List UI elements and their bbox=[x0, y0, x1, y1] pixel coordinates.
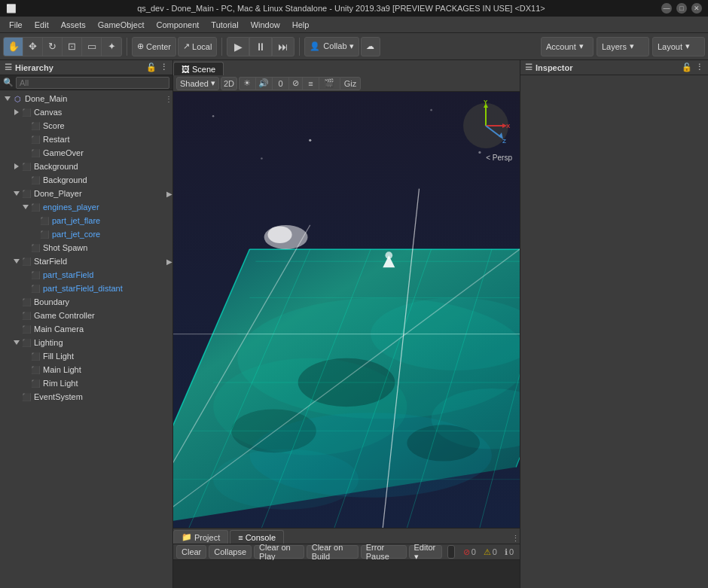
inspector-lock-icon[interactable]: 🔓 bbox=[682, 62, 692, 72]
tree-item-part-starfield-distant[interactable]: ⬛ part_starField_distant bbox=[0, 282, 172, 295]
tree-item-main-camera[interactable]: ⬛ Main Camera bbox=[0, 322, 172, 336]
tree-item-fill-light[interactable]: ⬛ Fill Light bbox=[0, 349, 172, 363]
inspector-more-icon[interactable]: ⋮ bbox=[695, 62, 703, 72]
play-button[interactable]: ▶ bbox=[227, 37, 249, 56]
layout-label: Layout bbox=[658, 42, 682, 51]
pivot-center-button[interactable]: ⊕ Center bbox=[132, 37, 176, 56]
tree-item-score[interactable]: ⬛ Score bbox=[0, 119, 172, 133]
tree-item-lighting[interactable]: ⬛ Lighting bbox=[0, 336, 172, 349]
layout-button[interactable]: Layout ▾ bbox=[652, 37, 705, 56]
pivot-local-button[interactable]: ↗ Local bbox=[178, 37, 217, 56]
minimize-button[interactable]: — bbox=[661, 3, 672, 14]
svg-point-42 bbox=[267, 227, 291, 244]
tree-item-restart[interactable]: ⬛ Restart bbox=[0, 133, 172, 146]
clear-button[interactable]: Clear bbox=[176, 545, 206, 559]
log-count-value: 0 bbox=[509, 547, 514, 556]
tree-item-shot-spawn[interactable]: ⬛ Shot Spawn bbox=[0, 241, 172, 254]
label-lighting: Lighting bbox=[34, 338, 63, 347]
tree-item-done-main[interactable]: ⬡ Done_Main ⋮ bbox=[0, 92, 172, 105]
error-pause-button[interactable]: Error Pause bbox=[361, 545, 407, 559]
tree-item-rim-light[interactable]: ⬛ Rim Light bbox=[0, 376, 172, 390]
scene-skybox-btn[interactable]: ⊘ bbox=[288, 77, 302, 90]
tab-project[interactable]: 📁 Project bbox=[173, 530, 228, 544]
more-done-main[interactable]: ⋮ bbox=[165, 95, 172, 103]
tree-item-main-light[interactable]: ⬛ Main Light bbox=[0, 363, 172, 376]
scene-audio-btn[interactable]: 🔊 bbox=[255, 77, 272, 90]
scene-effects-btn[interactable]: 0 bbox=[272, 77, 288, 90]
tool-hand[interactable]: ✋ bbox=[4, 37, 23, 56]
tree-item-done-player[interactable]: ⬛ Done_Player ▶ bbox=[0, 187, 172, 200]
tool-rect[interactable]: ▭ bbox=[82, 37, 102, 56]
cube-icon-gameover: ⬛ bbox=[30, 148, 41, 158]
scene-lighting-btn[interactable]: ☀ bbox=[239, 77, 255, 90]
shading-dropdown[interactable]: Shaded ▾ bbox=[176, 77, 219, 90]
hierarchy-header: ☰ Hierarchy 🔓 ⋮ bbox=[0, 60, 172, 75]
tree-item-starfield[interactable]: ⬛ StarField ▶ bbox=[0, 254, 172, 268]
menu-edit[interactable]: Edit bbox=[29, 19, 55, 31]
pivot-center-label: Center bbox=[146, 42, 171, 51]
menu-component[interactable]: Component bbox=[150, 19, 205, 31]
menu-tutorial[interactable]: Tutorial bbox=[205, 19, 244, 31]
clear-on-build-button[interactable]: Clear on Build bbox=[307, 545, 359, 559]
log-count[interactable]: ℹ 0 bbox=[502, 547, 517, 557]
scene-grid-btn[interactable]: Giz bbox=[340, 77, 361, 90]
tree-item-canvas[interactable]: ⬛ Canvas bbox=[0, 105, 172, 119]
layers-button[interactable]: Layers ▾ bbox=[597, 37, 649, 56]
search-icon: 🔍 bbox=[3, 78, 14, 87]
pause-button[interactable]: ⏸ bbox=[249, 37, 272, 56]
sep3 bbox=[299, 38, 300, 56]
tool-transform[interactable]: ✦ bbox=[102, 37, 121, 56]
menu-gameobject[interactable]: GameObject bbox=[92, 19, 151, 31]
more-starfield[interactable]: ▶ bbox=[166, 257, 172, 266]
tree-item-game-controller[interactable]: ⬛ Game Controller bbox=[0, 309, 172, 322]
arrow-done-main bbox=[3, 96, 12, 101]
tool-scale[interactable]: ⊡ bbox=[63, 37, 82, 56]
tree-item-engines-player[interactable]: ⬛ engines_player bbox=[0, 200, 172, 214]
error-count[interactable]: ⊘ 0 bbox=[460, 547, 479, 557]
tool-move[interactable]: ✥ bbox=[23, 37, 43, 56]
arrow-background-parent bbox=[12, 163, 21, 169]
label-part-jet-flare: part_jet_flare bbox=[52, 216, 100, 225]
hierarchy-search-input[interactable] bbox=[16, 77, 169, 89]
tree-item-background-parent[interactable]: ⬛ Background bbox=[0, 160, 172, 173]
cloud-button[interactable]: ☁ bbox=[361, 37, 380, 56]
account-button[interactable]: Account ▾ bbox=[541, 37, 594, 56]
tree-item-background-child[interactable]: ⬛ Background bbox=[0, 173, 172, 187]
hierarchy-lock-icon[interactable]: 🔓 bbox=[146, 62, 157, 72]
cube-icon-main-camera: ⬛ bbox=[21, 324, 32, 334]
menu-window[interactable]: Window bbox=[245, 19, 286, 31]
hierarchy-more-icon[interactable]: ⋮ bbox=[160, 62, 168, 72]
tree-item-gameover[interactable]: ⬛ GameOver bbox=[0, 146, 172, 160]
menu-file[interactable]: File bbox=[3, 19, 29, 31]
console-search-input[interactable] bbox=[447, 545, 455, 559]
maximize-button[interactable]: □ bbox=[676, 3, 687, 14]
scene-flares-btn[interactable]: 🎬 bbox=[319, 77, 340, 90]
close-button[interactable]: ✕ bbox=[691, 3, 702, 14]
axis-gizmo[interactable]: Y X Z bbox=[459, 99, 512, 152]
collapse-button[interactable]: Collapse bbox=[209, 545, 252, 559]
menu-assets[interactable]: Assets bbox=[55, 19, 92, 31]
editor-dropdown-button[interactable]: Editor ▾ bbox=[409, 545, 442, 559]
scene-fog-btn[interactable]: ≡ bbox=[302, 77, 319, 90]
tree-item-eventsystem[interactable]: ⬛ EventSystem bbox=[0, 390, 172, 404]
tab-scene[interactable]: 🖼 Scene bbox=[173, 62, 224, 75]
collab-button[interactable]: 👤 Collab ▾ bbox=[304, 37, 359, 56]
arrow-lighting bbox=[12, 340, 21, 345]
tree-item-part-jet-core[interactable]: ⬛ part_jet_core bbox=[0, 227, 172, 241]
bottom-more-icon[interactable]: ⋮ bbox=[511, 534, 520, 544]
tool-rotate[interactable]: ↻ bbox=[43, 37, 63, 56]
tree-item-boundary[interactable]: ⬛ Boundary bbox=[0, 295, 172, 309]
tab-console[interactable]: ≡ Console bbox=[230, 530, 284, 544]
title-bar: ⬜ qs_dev - Done_Main - PC, Mac & Linux S… bbox=[0, 0, 708, 17]
cube-icon-shot-spawn: ⬛ bbox=[30, 242, 41, 253]
label-game-controller: Game Controller bbox=[34, 311, 95, 320]
mode-2d-button[interactable]: 2D bbox=[221, 77, 237, 90]
warning-count[interactable]: ⚠ 0 bbox=[481, 547, 500, 557]
tree-item-part-starfield[interactable]: ⬛ part_starField bbox=[0, 268, 172, 282]
scene-view[interactable]: Y X Z < Persp bbox=[173, 92, 520, 528]
more-done-player[interactable]: ▶ bbox=[166, 190, 172, 198]
tree-item-part-jet-flare[interactable]: ⬛ part_jet_flare bbox=[0, 214, 172, 227]
clear-on-play-button[interactable]: Clear on Play bbox=[254, 545, 304, 559]
step-button[interactable]: ⏭ bbox=[272, 37, 294, 56]
menu-help[interactable]: Help bbox=[286, 19, 316, 31]
